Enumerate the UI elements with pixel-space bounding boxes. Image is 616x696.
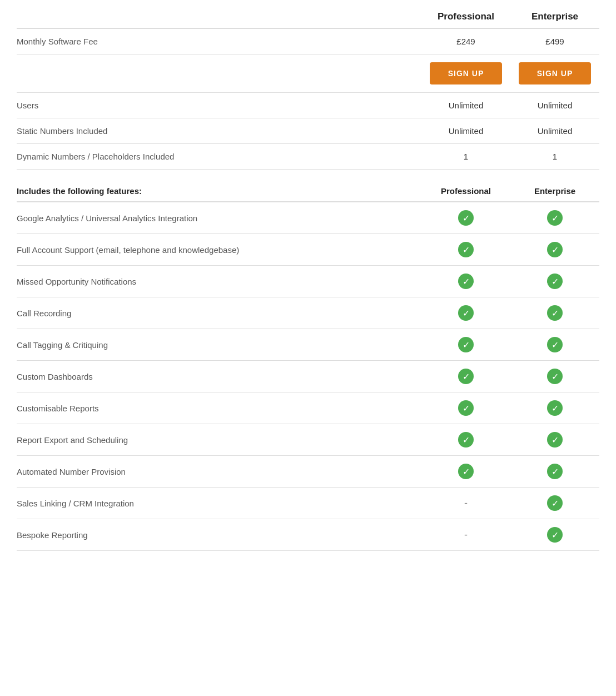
- features-list: Google Analytics / Universal Analytics I…: [17, 202, 599, 551]
- feature-ent-val: ✓: [510, 305, 599, 321]
- basic-feature-row: Dynamic Numbers / Placeholders Included …: [17, 144, 599, 170]
- basic-feature-row: Static Numbers Included Unlimited Unlimi…: [17, 118, 599, 144]
- check-icon: ✓: [547, 464, 563, 479]
- check-icon: ✓: [458, 464, 474, 479]
- check-icon: ✓: [458, 432, 474, 448]
- basic-feature-ent-val: Unlimited: [510, 126, 599, 136]
- feature-pro-val: ✓: [421, 432, 510, 448]
- check-icon: ✓: [547, 495, 563, 511]
- basic-feature-ent-val: 1: [510, 152, 599, 161]
- basic-features-section: Users Unlimited Unlimited Static Numbers…: [17, 93, 599, 170]
- basic-feature-row: Users Unlimited Unlimited: [17, 93, 599, 118]
- top-header-row: Professional Enterprise: [17, 11, 599, 29]
- feature-label: Custom Dashboards: [17, 372, 421, 381]
- features-pro-header: Professional: [421, 186, 510, 196]
- feature-pro-val: ✓: [421, 242, 510, 257]
- check-icon: ✓: [547, 527, 563, 543]
- feature-label: Full Account Support (email, telephone a…: [17, 245, 421, 255]
- feature-label: Automated Number Provision: [17, 467, 421, 476]
- feature-label: Call Tagging & Critiquing: [17, 340, 421, 350]
- feature-row: Report Export and Scheduling ✓ ✓: [17, 424, 599, 456]
- features-section-header: Includes the following features: Profess…: [17, 186, 599, 202]
- feature-row: Automated Number Provision ✓ ✓: [17, 456, 599, 488]
- feature-label: Report Export and Scheduling: [17, 435, 421, 445]
- check-icon: ✓: [458, 242, 474, 257]
- feature-ent-val: ✓: [510, 464, 599, 479]
- feature-pro-val: -: [421, 529, 510, 541]
- monthly-fee-label: Monthly Software Fee: [17, 37, 421, 46]
- check-icon: ✓: [547, 210, 563, 226]
- feature-pro-val: ✓: [421, 369, 510, 384]
- check-icon: ✓: [547, 242, 563, 257]
- feature-ent-val: ✓: [510, 495, 599, 511]
- feature-ent-val: ✓: [510, 432, 599, 448]
- feature-row: Call Recording ✓ ✓: [17, 297, 599, 329]
- monthly-fee-row: Monthly Software Fee £249 £499: [17, 29, 599, 54]
- check-icon: ✓: [547, 369, 563, 384]
- feature-row: Custom Dashboards ✓ ✓: [17, 361, 599, 392]
- feature-row: Sales Linking / CRM Integration - ✓: [17, 488, 599, 519]
- feature-ent-val: ✓: [510, 274, 599, 289]
- ent-signup-container: SIGN UP: [510, 62, 599, 84]
- check-icon: ✓: [547, 400, 563, 416]
- feature-pro-val: ✓: [421, 400, 510, 416]
- features-ent-header: Enterprise: [510, 186, 599, 196]
- feature-pro-val: -: [421, 498, 510, 509]
- pro-signup-container: SIGN UP: [421, 62, 510, 84]
- feature-ent-val: ✓: [510, 369, 599, 384]
- features-section-title: Includes the following features:: [17, 186, 421, 196]
- professional-header: Professional: [421, 11, 510, 22]
- feature-pro-val: ✓: [421, 305, 510, 321]
- feature-label: Missed Opportunity Notifications: [17, 277, 421, 286]
- basic-feature-pro-val: 1: [421, 152, 510, 161]
- ent-price: £499: [510, 37, 599, 46]
- section-gap: [17, 170, 599, 186]
- basic-feature-label: Static Numbers Included: [17, 126, 421, 136]
- feature-row: Call Tagging & Critiquing ✓ ✓: [17, 329, 599, 361]
- feature-label: Bespoke Reporting: [17, 530, 421, 540]
- check-icon: ✓: [547, 432, 563, 448]
- check-icon: ✓: [458, 369, 474, 384]
- check-icon: ✓: [547, 337, 563, 352]
- basic-feature-label: Dynamic Numbers / Placeholders Included: [17, 152, 421, 161]
- feature-pro-val: ✓: [421, 274, 510, 289]
- check-icon: ✓: [547, 274, 563, 289]
- feature-pro-val: ✓: [421, 210, 510, 226]
- feature-row: Missed Opportunity Notifications ✓ ✓: [17, 266, 599, 297]
- check-icon: ✓: [458, 337, 474, 352]
- feature-label: Sales Linking / CRM Integration: [17, 499, 421, 508]
- feature-ent-val: ✓: [510, 210, 599, 226]
- feature-ent-val: ✓: [510, 400, 599, 416]
- basic-feature-label: Users: [17, 101, 421, 110]
- basic-feature-ent-val: Unlimited: [510, 101, 599, 110]
- feature-ent-val: ✓: [510, 527, 599, 543]
- feature-row: Customisable Reports ✓ ✓: [17, 392, 599, 424]
- feature-pro-val: ✓: [421, 464, 510, 479]
- feature-label: Customisable Reports: [17, 404, 421, 413]
- basic-feature-pro-val: Unlimited: [421, 126, 510, 136]
- ent-signup-button[interactable]: SIGN UP: [519, 62, 591, 84]
- feature-ent-val: ✓: [510, 337, 599, 352]
- check-icon: ✓: [458, 400, 474, 416]
- basic-feature-pro-val: Unlimited: [421, 101, 510, 110]
- enterprise-header: Enterprise: [510, 11, 599, 22]
- feature-ent-val: ✓: [510, 242, 599, 257]
- feature-row: Bespoke Reporting - ✓: [17, 519, 599, 551]
- pro-price: £249: [421, 37, 510, 46]
- check-icon: ✓: [547, 305, 563, 321]
- check-icon: ✓: [458, 305, 474, 321]
- feature-row: Google Analytics / Universal Analytics I…: [17, 202, 599, 234]
- dash-icon: -: [464, 529, 468, 540]
- signup-row: SIGN UP SIGN UP: [17, 54, 599, 93]
- check-icon: ✓: [458, 274, 474, 289]
- feature-label: Google Analytics / Universal Analytics I…: [17, 213, 421, 223]
- feature-label: Call Recording: [17, 309, 421, 318]
- dash-icon: -: [464, 498, 468, 509]
- feature-row: Full Account Support (email, telephone a…: [17, 234, 599, 266]
- pricing-table: Professional Enterprise Monthly Software…: [17, 11, 599, 551]
- check-icon: ✓: [458, 210, 474, 226]
- feature-pro-val: ✓: [421, 337, 510, 352]
- pro-signup-button[interactable]: SIGN UP: [430, 62, 502, 84]
